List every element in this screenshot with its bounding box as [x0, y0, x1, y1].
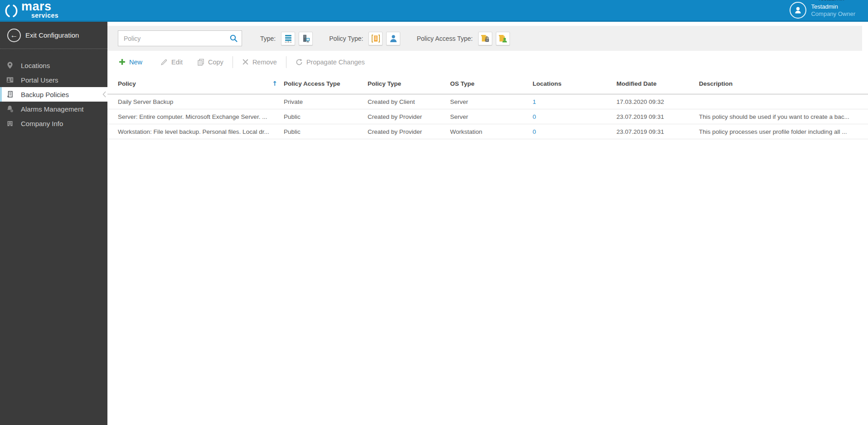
- user-card-icon: [6, 76, 14, 84]
- policy-type-cell: Created by Provider: [368, 128, 450, 135]
- locations-count-link[interactable]: 1: [533, 98, 616, 105]
- os-type-cell: Workstation: [450, 128, 533, 135]
- policy-access-type-filter-label: Policy Access Type:: [417, 35, 472, 42]
- policy-name-cell: Server: Entire computer. Microsoft Excha…: [118, 113, 284, 120]
- locations-count-link[interactable]: 0: [533, 113, 616, 120]
- modified-date-cell: 17.03.2020 09:32: [616, 98, 699, 105]
- table-row[interactable]: Workstation: File level backup. Personal…: [107, 124, 868, 139]
- sidebar-item-portal-users[interactable]: Portal Users: [0, 73, 107, 87]
- mars-logo-icon: [4, 4, 19, 20]
- policy-name-cell: Daily Server Backup: [118, 98, 284, 105]
- column-header-policy[interactable]: Policy ↑: [118, 80, 284, 87]
- brand-name: mars: [21, 0, 58, 13]
- sidebar: ← Exit Configuration Locations Portal Us…: [0, 22, 107, 425]
- edit-button[interactable]: Edit: [160, 57, 184, 68]
- locations-count-link[interactable]: 0: [533, 128, 616, 135]
- sidebar-item-label: Locations: [21, 62, 50, 69]
- actions-toolbar: New Edit Copy: [107, 51, 868, 73]
- refresh-icon: [296, 59, 303, 66]
- private-policy-lock-icon: [480, 34, 490, 43]
- clipped-tooltip-text: Testadmin: [818, 0, 844, 2]
- table-row[interactable]: Server: Entire computer. Microsoft Excha…: [107, 109, 868, 124]
- sidebar-nav: Locations Portal Users Backup Policies: [0, 58, 107, 131]
- server-type-filter-button[interactable]: [281, 32, 295, 45]
- description-cell: This policy processes user profile folde…: [699, 128, 861, 135]
- app-logo: mars services: [0, 0, 58, 20]
- column-header-os-type[interactable]: OS Type: [450, 80, 533, 87]
- provider-person-icon: [389, 34, 398, 43]
- description-cell: This policy should be used if you want t…: [699, 113, 861, 120]
- type-filter-label: Type:: [260, 35, 276, 42]
- workstation-type-filter-button[interactable]: [299, 32, 313, 45]
- x-icon: [242, 59, 249, 65]
- sidebar-item-label: Company Info: [21, 120, 63, 127]
- sidebar-item-locations[interactable]: Locations: [0, 58, 107, 73]
- policies-table: Policy ↑ Policy Access Type Policy Type …: [107, 73, 868, 139]
- public-access-filter-button[interactable]: [496, 32, 510, 45]
- column-header-label: Policy: [118, 80, 136, 87]
- sidebar-item-label: Portal Users: [21, 76, 58, 84]
- table-header-row: Policy ↑ Policy Access Type Policy Type …: [107, 73, 868, 94]
- sidebar-item-alarms-management[interactable]: Alarms Management: [0, 102, 107, 116]
- back-arrow-icon: ←: [7, 29, 21, 42]
- workstation-icon: [301, 34, 310, 43]
- modified-date-cell: 23.07.2019 09:31: [616, 113, 699, 120]
- client-policy-filter-button[interactable]: [369, 32, 383, 45]
- search-icon[interactable]: [229, 34, 238, 44]
- sidebar-item-backup-policies[interactable]: Backup Policies: [0, 87, 107, 102]
- alarm-bell-gear-icon: [6, 105, 14, 113]
- policy-type-cell: Created by Provider: [368, 113, 450, 120]
- exit-configuration-button[interactable]: ← Exit Configuration: [0, 22, 107, 49]
- copy-button[interactable]: Copy: [196, 57, 224, 68]
- toolbar-separator: [286, 56, 286, 68]
- policy-access-type-cell: Private: [284, 98, 368, 105]
- column-header-locations[interactable]: Locations: [533, 80, 616, 87]
- sidebar-item-label: Backup Policies: [21, 91, 69, 98]
- main-content: Type: Policy Type:: [107, 22, 868, 425]
- policy-type-cell: Created by Client: [368, 98, 450, 105]
- plus-icon: [119, 59, 126, 65]
- brand-subtitle: services: [31, 12, 58, 19]
- new-button[interactable]: New: [118, 57, 143, 68]
- table-row[interactable]: Daily Server Backup Private Created by C…: [107, 94, 868, 109]
- policy-access-type-cell: Public: [284, 128, 368, 135]
- pencil-icon: [160, 59, 168, 66]
- filter-bar: Type: Policy Type:: [107, 26, 862, 51]
- private-access-filter-button[interactable]: [478, 32, 492, 45]
- sidebar-item-company-info[interactable]: Company Info: [0, 116, 107, 131]
- propagate-changes-button[interactable]: Propagate Changes: [295, 57, 366, 68]
- server-icon: [284, 34, 293, 43]
- propagate-changes-label: Propagate Changes: [306, 59, 365, 66]
- column-header-policy-access-type[interactable]: Policy Access Type: [284, 80, 368, 87]
- selected-item-chevron-icon: [102, 91, 106, 99]
- edit-button-label: Edit: [171, 59, 183, 66]
- copy-button-label: Copy: [208, 59, 223, 66]
- column-header-policy-type[interactable]: Policy Type: [368, 80, 450, 87]
- copy-icon: [197, 59, 204, 66]
- new-button-label: New: [129, 59, 142, 66]
- exit-configuration-label: Exit Configuration: [25, 31, 79, 39]
- policy-name-cell: Workstation: File level backup. Personal…: [118, 128, 284, 135]
- user-role: Company Owner: [811, 10, 855, 18]
- policy-search: [118, 30, 242, 46]
- provider-policy-filter-button[interactable]: [386, 32, 400, 45]
- column-header-modified-date[interactable]: Modified Date: [616, 80, 699, 87]
- policy-type-filter-label: Policy Type:: [329, 35, 363, 42]
- modified-date-cell: 23.07.2019 09:31: [616, 128, 699, 135]
- remove-button[interactable]: Remove: [241, 57, 278, 68]
- os-type-cell: Server: [450, 98, 533, 105]
- policy-scroll-icon: [6, 90, 14, 98]
- client-policy-document-icon: [371, 34, 380, 43]
- remove-button-label: Remove: [252, 59, 277, 66]
- policy-search-input[interactable]: [118, 30, 242, 46]
- user-avatar-icon[interactable]: [790, 2, 806, 19]
- user-name: Testadmin: [811, 3, 855, 10]
- sort-asc-icon[interactable]: ↑: [272, 80, 277, 87]
- policy-access-type-cell: Public: [284, 113, 368, 120]
- sidebar-item-label: Alarms Management: [21, 105, 83, 113]
- toolbar-separator: [233, 56, 233, 68]
- public-policy-person-icon: [498, 34, 508, 43]
- user-menu[interactable]: Testadmin Company Owner: [790, 2, 868, 19]
- column-header-description[interactable]: Description: [699, 80, 861, 87]
- building-icon: [6, 119, 14, 127]
